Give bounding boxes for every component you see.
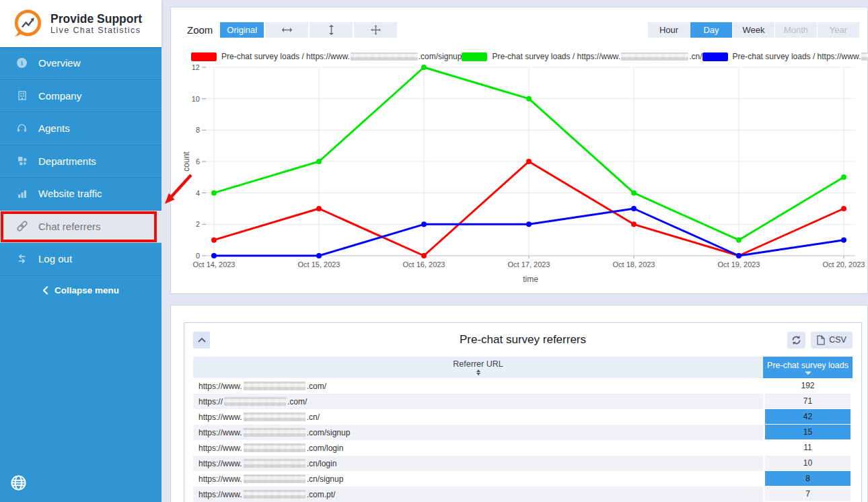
sidebar-item-agents[interactable]: Agents xyxy=(0,112,161,145)
export-csv-button[interactable]: CSV xyxy=(811,332,853,349)
sidebar-item-company[interactable]: Company xyxy=(0,80,161,113)
survey-loads-cell[interactable]: 10 xyxy=(763,456,853,471)
legend-label: Pre-chat survey loads / https://www..cn/ xyxy=(492,52,702,61)
refresh-button[interactable] xyxy=(787,332,805,349)
zoom-original-button[interactable]: Original xyxy=(220,22,264,38)
sidebar-item-label: Agents xyxy=(38,122,70,134)
survey-loads-cell[interactable]: 15 xyxy=(763,425,853,440)
masked-domain xyxy=(244,428,305,437)
svg-text:Oct 15, 2023: Oct 15, 2023 xyxy=(298,260,340,268)
referrer-url-cell[interactable]: https://www..com/ xyxy=(193,378,763,394)
sort-desc-icon xyxy=(805,371,811,375)
range-hour-button[interactable]: Hour xyxy=(648,22,690,38)
sidebar-item-log-out[interactable]: Log out xyxy=(0,243,161,276)
survey-loads-value: 11 xyxy=(803,443,811,452)
url-text: .com/ xyxy=(287,397,307,406)
sidebar-item-departments[interactable]: Departments xyxy=(0,145,161,178)
collapse-menu-button[interactable]: Collapse menu xyxy=(0,276,161,306)
info-icon: i xyxy=(15,57,28,69)
time-range-buttons: HourDayWeekMonthYear xyxy=(648,22,859,38)
survey-loads-cell[interactable]: 42 xyxy=(763,409,853,425)
survey-loads-cell[interactable]: 192 xyxy=(763,378,853,394)
range-week-button[interactable]: Week xyxy=(733,22,774,38)
zoom-controls: Zoom Original xyxy=(187,22,397,38)
svg-text:Oct 18, 2023: Oct 18, 2023 xyxy=(613,260,655,268)
referrer-url-cell[interactable]: https://www..cn/ xyxy=(193,409,763,425)
survey-loads-cell[interactable]: 71 xyxy=(763,394,853,409)
sidebar-item-label: Departments xyxy=(38,155,96,167)
sidebar-item-website-traffic[interactable]: Website traffic xyxy=(0,178,161,211)
sidebar-item-overview[interactable]: iOverview xyxy=(0,47,161,80)
referrer-url-cell[interactable]: https://.com/ xyxy=(193,394,763,409)
masked-domain xyxy=(861,52,868,61)
table-row[interactable]: https://www..com/signup15 xyxy=(193,425,853,440)
refresh-icon xyxy=(791,335,801,345)
line-chart[interactable]: Oct 14, 2023Oct 15, 2023Oct 16, 2023Oct … xyxy=(171,61,867,290)
url-text: .com/login xyxy=(307,443,344,453)
survey-loads-cell[interactable]: 11 xyxy=(763,440,853,456)
column-header-referrer-url[interactable]: Referrer URL xyxy=(193,357,763,378)
url-text: https:// xyxy=(198,397,223,406)
sidebar-item-chat-referrers[interactable]: Chat referrers xyxy=(0,211,161,244)
svg-text:Oct 17, 2023: Oct 17, 2023 xyxy=(508,260,550,268)
departments-icon xyxy=(15,155,28,166)
referrer-url-cell[interactable]: https://www..com/signup xyxy=(193,425,763,440)
table-row[interactable]: https://www..cn/42 xyxy=(193,409,853,425)
svg-text:count: count xyxy=(182,151,191,172)
referrer-url-cell[interactable]: https://www..com.pt/ xyxy=(193,487,763,502)
logout-icon xyxy=(15,253,28,264)
table-row[interactable]: https://www..com/login11 xyxy=(193,440,853,456)
button-label: Original xyxy=(227,25,257,35)
survey-loads-cell[interactable]: 7 xyxy=(763,487,853,502)
legend-swatch-icon xyxy=(462,52,487,61)
masked-domain xyxy=(244,459,305,468)
url-text: .com/ xyxy=(307,382,326,391)
collapse-menu-label: Collapse menu xyxy=(55,285,119,295)
sidebar-item-label: Overview xyxy=(38,57,81,69)
svg-text:8: 8 xyxy=(196,126,200,134)
url-text: https://www. xyxy=(198,490,242,499)
svg-text:2: 2 xyxy=(196,220,200,228)
zoom-arrow-horizontal-button[interactable] xyxy=(265,22,308,38)
masked-domain xyxy=(244,382,305,390)
svg-text:Oct 20, 2023: Oct 20, 2023 xyxy=(823,260,865,268)
provide-support-logo-icon xyxy=(12,8,43,39)
table-row[interactable]: https://www..cn/signup8 xyxy=(193,471,853,487)
table-row[interactable]: https://www..com/192 xyxy=(193,378,853,394)
table-row[interactable]: https://.com/71 xyxy=(193,394,853,409)
zoom-arrow-vertical-button[interactable] xyxy=(310,22,353,38)
svg-text:Oct 14, 2023: Oct 14, 2023 xyxy=(193,260,236,268)
range-year-button: Year xyxy=(818,22,859,38)
sidebar: Provide Support Live Chat Statistics iOv… xyxy=(0,0,161,502)
column-header-survey-loads[interactable]: Pre-chat survey loads xyxy=(763,357,853,378)
collapse-widget-button[interactable] xyxy=(193,332,210,349)
range-day-button[interactable]: Day xyxy=(690,22,732,38)
masked-domain xyxy=(244,443,305,452)
bar-chart-icon xyxy=(15,188,28,199)
chevron-left-icon xyxy=(42,286,48,295)
survey-loads-value: 42 xyxy=(803,412,812,421)
widget-title: Pre-chat survey referrers xyxy=(184,333,861,347)
globe-icon[interactable] xyxy=(9,474,28,492)
survey-loads-cell[interactable]: 8 xyxy=(763,471,853,487)
table-row[interactable]: https://www..cn/login10 xyxy=(193,456,853,471)
zoom-arrow-move-button[interactable] xyxy=(354,22,397,38)
referrer-url-cell[interactable]: https://www..cn/signup xyxy=(193,471,763,487)
survey-loads-value: 8 xyxy=(805,474,810,483)
masked-domain xyxy=(351,52,418,61)
chart-panel: Zoom Original HourDayWeekMonthYear Pre-c… xyxy=(170,7,868,294)
referrer-url-cell[interactable]: https://www..cn/login xyxy=(193,456,763,471)
masked-domain xyxy=(244,474,305,483)
url-text: .cn/signup xyxy=(307,474,344,484)
masked-domain xyxy=(224,397,286,406)
svg-text:6: 6 xyxy=(196,157,200,166)
chart-legend: Pre-chat survey loads / https://www..com… xyxy=(191,52,858,61)
referrer-url-cell[interactable]: https://www..com/login xyxy=(193,440,763,456)
url-text: .cn/login xyxy=(307,459,337,468)
svg-text:Oct 19, 2023: Oct 19, 2023 xyxy=(718,260,760,268)
logo-subtitle: Live Chat Statistics xyxy=(50,26,142,35)
table-row[interactable]: https://www..com.pt/7 xyxy=(193,487,853,502)
masked-domain xyxy=(244,490,305,499)
sidebar-item-label: Website traffic xyxy=(38,188,102,199)
survey-loads-value: 71 xyxy=(803,396,812,406)
